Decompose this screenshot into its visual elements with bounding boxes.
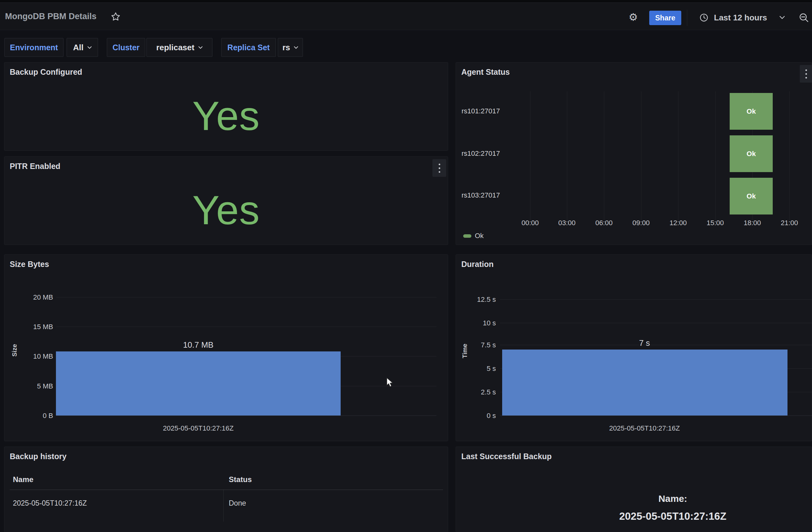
panel-size-bytes: Size Bytes Size 20 MB 15 MB 10 MB 5 MB 0… [4,254,448,441]
favorite-star-icon[interactable] [110,11,121,22]
table-cell-name[interactable]: 2025-05-05T10:27:16Z [13,499,87,507]
mouse-cursor [386,378,396,387]
last-backup-name-label: Name: [579,493,767,504]
panel-title: Agent Status [461,68,510,77]
filter-cluster-label: Cluster [107,38,145,57]
panel-agent-status: Agent Status rs101:27017 rs102:27017 rs1… [456,62,812,245]
backup-configured-value: Yes [4,92,448,139]
y-tick: 2.5 s [456,388,496,396]
agent-status-box[interactable]: Ok [730,178,773,215]
y-tick: 10 MB [4,352,53,360]
x-tick: 18:00 [738,219,767,227]
x-tick: 03:00 [552,219,581,227]
panel-title: PITR Enabled [10,162,60,171]
panel-title: Duration [461,260,494,269]
y-tick: 5 MB [4,382,53,390]
panel-menu-kebab-icon[interactable] [432,159,446,177]
panel-title: Backup Configured [10,68,82,77]
y-tick: 12.5 s [456,296,496,304]
y-tick: 0 B [4,412,53,420]
share-button[interactable]: Share [649,11,681,25]
settings-gear-icon[interactable]: ⚙ [627,11,639,23]
last-backup-name-value: 2025-05-05T10:27:16Z [563,510,783,522]
x-tick: 2025-05-05T10:27:16Z [135,424,261,432]
clock-icon [699,13,709,23]
filter-environment-label: Environment [4,38,63,57]
panel-title: Last Successful Backup [461,452,552,461]
x-tick: 00:00 [516,219,545,227]
zoom-out-icon[interactable] [798,12,810,23]
size-bytes-bar[interactable] [56,351,340,415]
agent-row-label: rs101:27017 [459,107,500,115]
legend-swatch-ok [463,234,472,238]
x-tick: 12:00 [664,219,693,227]
panel-pitr-enabled: PITR Enabled Yes [4,157,448,245]
top-navbar: MongoDB PBM Details ⚙ Share Last 12 hour… [0,2,812,30]
y-tick: 15 MB [4,323,53,331]
table-header-name[interactable]: Name [13,475,33,484]
grafana-dashboard: MongoDB PBM Details ⚙ Share Last 12 hour… [0,0,812,532]
agent-row-label: rs102:27017 [459,149,500,158]
x-tick: 2025-05-05T10:27:16Z [582,424,707,432]
legend-label-ok[interactable]: Ok [475,232,484,240]
panel-backup-history: Backup history Name Status 2025-05-05T10… [4,447,448,532]
x-tick: 21:00 [775,219,804,227]
share-button-label: Share [655,14,675,22]
y-tick: 0 s [456,412,496,420]
panel-title: Size Bytes [10,260,49,269]
x-tick: 06:00 [590,219,619,227]
bar-value-label: 10.7 MB [135,340,261,350]
navbar-divider [687,10,687,26]
agent-status-box[interactable]: Ok [730,135,773,172]
time-range-picker[interactable]: Last 12 hours [714,3,767,32]
chevron-down-icon [294,46,298,49]
x-tick: 09:00 [627,219,655,227]
table-cell-status[interactable]: Done [229,499,246,507]
bar-value-label: 7 s [582,338,707,348]
agent-row-label: rs103:27017 [459,191,500,200]
duration-bar[interactable] [502,350,787,415]
table-header-divider [10,490,443,490]
filter-replicaset-select[interactable]: rs [278,38,303,57]
panel-menu-kebab-icon[interactable] [800,65,812,83]
chevron-down-icon [198,46,203,49]
chevron-down-icon [87,46,92,49]
panel-title: Backup history [10,452,67,461]
time-range-chevron-down-icon[interactable] [779,15,786,20]
y-axis-label: Time [461,336,468,367]
panel-duration: Duration Time 12.5 s 10 s 7.5 s 5 s 2.5 … [456,254,812,441]
pitr-enabled-value: Yes [4,187,448,234]
y-tick: 5 s [456,365,496,373]
filter-replicaset-label: Replica Set [221,38,276,57]
y-tick: 10 s [456,319,496,327]
panel-backup-configured: Backup Configured Yes [4,62,448,151]
panel-last-successful-backup: Last Successful Backup Name: 2025-05-05T… [456,447,812,532]
y-tick: 7.5 s [456,341,496,349]
window-top-strip [0,0,812,2]
filter-cluster-select[interactable]: replicaset [146,38,213,57]
agent-status-box[interactable]: Ok [730,93,773,130]
table-header-status[interactable]: Status [229,475,252,484]
filter-environment-select[interactable]: All [67,38,98,57]
table-column-divider [223,490,224,522]
x-tick: 15:00 [701,219,730,227]
dashboard-title[interactable]: MongoDB PBM Details [5,3,97,30]
y-axis-label: Size [11,335,18,366]
y-tick: 20 MB [4,293,53,301]
